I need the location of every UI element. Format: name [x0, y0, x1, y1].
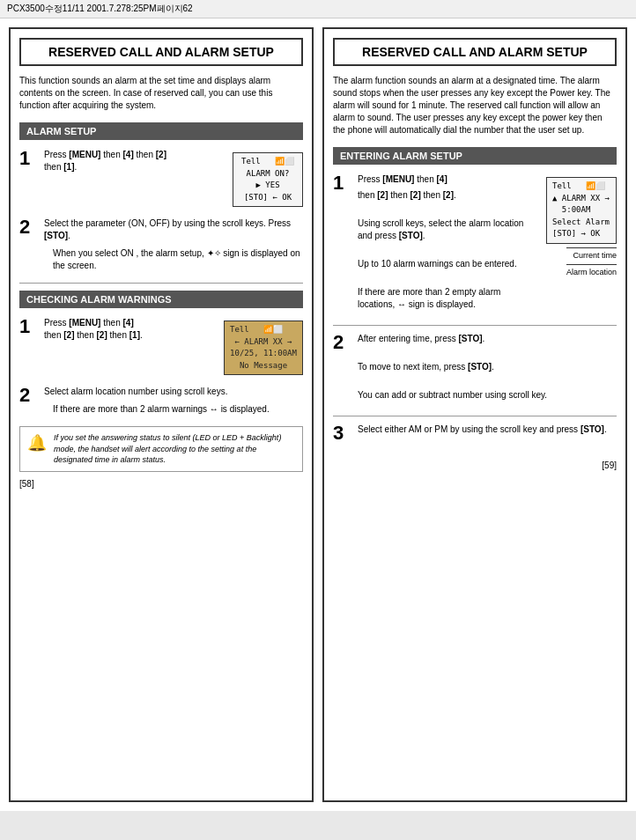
check-step1-display: Tell 📶⬜ ← ALARM XX → 10/25, 11:00AM No M… [224, 321, 303, 375]
check-step1-content: Press [MENU] then [4] then [2] then [2] … [44, 317, 303, 375]
checking-header: CHECKING ALARM WARNINGS [19, 291, 303, 308]
page-header: PCX3500수정11/11 2001.7.278:25PM페이지62 [0, 0, 636, 18]
step2a-text: Select the parameter (ON, OFF) by using … [44, 217, 303, 242]
enter-step2-content: After entering time, press [STO]. To mov… [358, 333, 617, 405]
enter-step2-text2: To move to next item, press [STO]. [358, 361, 617, 373]
left-intro: This function sounds an alarm at the set… [19, 75, 303, 112]
left-panel: RESERVED CALL AND ALARM SETUP This funct… [9, 27, 314, 802]
alarm-setup-step1: 1 Press [MENU] then [4] then [2] then [1… [19, 149, 303, 207]
note-box: 🔔 If you set the answering status to sil… [19, 426, 303, 472]
right-intro: The alarm function sounds an alarm at a … [333, 75, 617, 136]
alarm-setup-step2: 2 Select the parameter (ON, OFF) by usin… [19, 217, 303, 272]
check-step1-text1: Press [MENU] then [4] [44, 318, 134, 328]
right-panel-title: RESERVED CALL AND ALARM SETUP [333, 38, 617, 66]
checking-step2: 2 Select alarm location number using scr… [19, 386, 303, 416]
step-number-1a: 1 [19, 149, 37, 168]
check-step1-text2: then [2] then [2] then [1]. [44, 330, 143, 340]
enter-step-number-1: 1 [333, 173, 351, 193]
current-time-label: Current time [566, 247, 617, 262]
enter-step1-text1: Press [MENU] then [4] [358, 173, 532, 186]
entering-step1: 1 Press [MENU] then [4] then [2] then [2… [333, 173, 617, 314]
left-panel-title: RESERVED CALL AND ALARM SETUP [19, 38, 303, 66]
check-step2-content: Select alarm location number using scrol… [44, 386, 303, 416]
step1a-content: Press [MENU] then [4] then [2] then [1].… [44, 149, 303, 207]
step1a-text2: then [1]. [44, 162, 77, 172]
entering-step2: 2 After entering time, press [STO]. To m… [333, 333, 617, 405]
right-panel: RESERVED CALL AND ALARM SETUP The alarm … [322, 27, 627, 802]
check-step-number-1: 1 [19, 317, 37, 336]
step2a-content: Select the parameter (ON, OFF) by using … [44, 217, 303, 272]
step-number-2a: 2 [19, 217, 37, 237]
step1a-display: Tell 📶⬜ ALARM ON? ▶ YES [STO] ← OK [233, 152, 303, 207]
enter-step1-sub1: Using scroll keys, select the alarm loca… [358, 217, 532, 242]
note-text: If you set the answering status to silen… [54, 432, 295, 466]
enter-step-number-3: 3 [333, 424, 351, 443]
check-step-number-2: 2 [19, 386, 37, 405]
enter-step2-text3: You can add or subtract number using scr… [358, 389, 617, 402]
entering-step3: 3 Select either AM or PM by using the sc… [333, 424, 617, 443]
alarm-location-label: Alarm location [566, 264, 617, 278]
checking-step1: 1 Press [MENU] then [4] then [2] then [2… [19, 317, 303, 375]
alarm-setup-header: ALARM SETUP [19, 122, 303, 140]
enter-step1-content: Press [MENU] then [4] then [2] then [2] … [358, 173, 617, 314]
enter-step1-display: Tell 📶⬜ ▲ ALARM XX → 5:00AM Select Alarm… [546, 177, 617, 244]
check-step2-sub: If there are more than 2 alarm warnings … [53, 403, 303, 416]
enter-step1-sub2: Up to 10 alarm warnings can be entered. [358, 258, 532, 270]
enter-step-number-2: 2 [333, 333, 351, 352]
step2a-sub: When you select ON , the alarm setup, ✦✧… [53, 247, 303, 272]
enter-step3-content: Select either AM or PM by using the scro… [358, 424, 617, 439]
enter-step1-text2: then [2] then [2] then [2]. [358, 189, 532, 202]
note-icon: 🔔 [27, 432, 47, 454]
enter-step2-text1: After entering time, press [STO]. [358, 333, 617, 345]
check-step2-text: Select alarm location number using scrol… [44, 386, 303, 398]
step1a-text1: Press [MENU] then [4] then [2] [44, 150, 166, 159]
left-page-number: [58] [19, 479, 34, 489]
header-text: PCX3500수정11/11 2001.7.278:25PM페이지62 [7, 4, 193, 13]
right-page-number: [59] [602, 461, 617, 470]
entering-header: ENTERING ALARM SETUP [333, 147, 617, 165]
enter-step1-sub3: If there are more than 2 empty alarm loc… [358, 286, 532, 311]
enter-step3-text: Select either AM or PM by using the scro… [358, 424, 617, 436]
